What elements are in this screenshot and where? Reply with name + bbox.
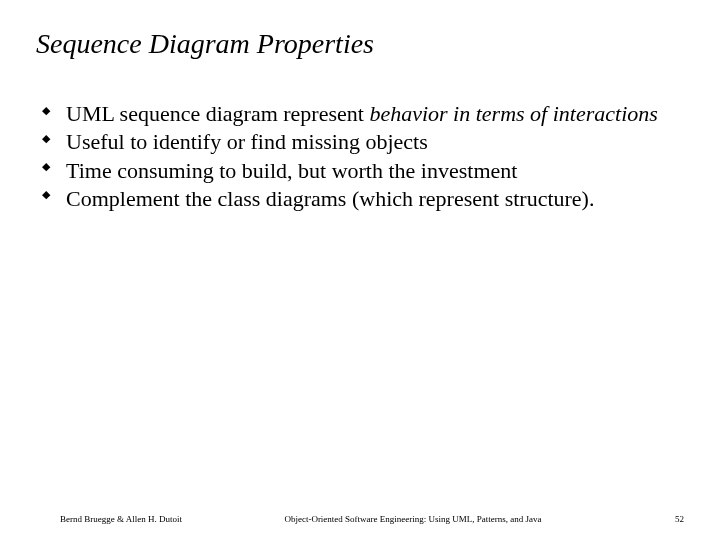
slide-footer: Bernd Bruegge & Allen H. Dutoit Object-O…: [0, 514, 720, 524]
list-item: ◆ Time consuming to build, but worth the…: [42, 157, 684, 185]
bullet-text-plain: Complement the class diagrams (which rep…: [66, 186, 594, 211]
bullet-text-plain: UML sequence diagram represent: [66, 101, 369, 126]
slide: Sequence Diagram Properties ◆ UML sequen…: [0, 0, 720, 540]
list-item: ◆ Useful to identify or find missing obj…: [42, 128, 684, 156]
bullet-text-plain: Time consuming to build, but worth the i…: [66, 158, 517, 183]
bullet-list: ◆ UML sequence diagram represent behavio…: [36, 100, 684, 213]
diamond-bullet-icon: ◆: [42, 105, 50, 116]
bullet-text-plain: Useful to identify or find missing objec…: [66, 129, 428, 154]
footer-page-number: 52: [644, 514, 684, 524]
footer-book-title: Object-Oriented Software Engineering: Us…: [182, 514, 644, 524]
diamond-bullet-icon: ◆: [42, 133, 50, 144]
diamond-bullet-icon: ◆: [42, 161, 50, 172]
list-item: ◆ Complement the class diagrams (which r…: [42, 185, 684, 213]
slide-title: Sequence Diagram Properties: [36, 28, 684, 60]
footer-authors: Bernd Bruegge & Allen H. Dutoit: [60, 514, 182, 524]
list-item: ◆ UML sequence diagram represent behavio…: [42, 100, 684, 128]
diamond-bullet-icon: ◆: [42, 189, 50, 200]
bullet-text-italic: behavior in terms of interactions: [369, 101, 657, 126]
